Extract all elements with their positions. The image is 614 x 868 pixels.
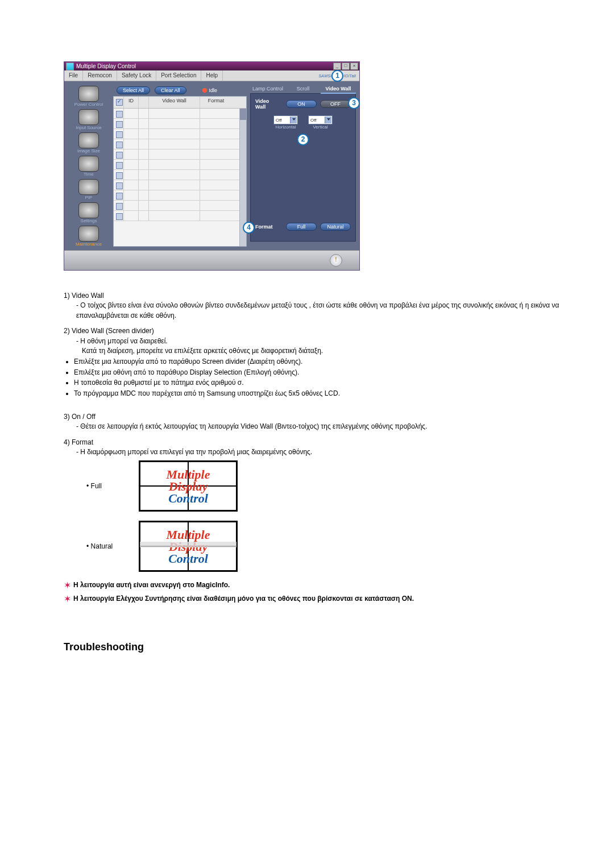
- sidebar-item-maintenance[interactable]: Maintenance: [68, 225, 110, 247]
- bullet: Η τοποθεσία θα ρυθμιστεί με το πάτημα εν…: [74, 378, 559, 388]
- row-checkbox[interactable]: [116, 111, 123, 118]
- table-row[interactable]: [114, 119, 246, 129]
- row-checkbox[interactable]: [116, 152, 123, 159]
- row-checkbox[interactable]: [116, 162, 123, 169]
- menu-help[interactable]: Help: [201, 70, 223, 81]
- video-wall-label: Video Wall: [255, 98, 279, 110]
- menu-file[interactable]: File: [64, 70, 83, 81]
- item-2-text-b: Κατά τη διαίρεση, μπορείτε να επιλέξετε …: [64, 346, 559, 356]
- row-checkbox[interactable]: [116, 193, 123, 200]
- table-row[interactable]: [114, 149, 246, 160]
- header-checkbox[interactable]: [116, 99, 123, 106]
- item-4-head: 4) Format: [64, 438, 559, 447]
- format-natural-label: Natural: [86, 542, 132, 551]
- callout-4: 4: [243, 222, 255, 234]
- table-row[interactable]: [114, 201, 246, 211]
- menubar: File Remocon Safety Lock Port Selection …: [64, 70, 359, 81]
- troubleshooting-heading: Troubleshooting: [64, 639, 559, 654]
- vertical-sublabel: Vertical: [308, 124, 333, 130]
- sidebar-label: Settings: [68, 218, 110, 223]
- item-2-text-a: - Η οθόνη μπορεί να διαιρεθεί.: [64, 337, 559, 346]
- sidebar-item-power-control[interactable]: Power Control: [68, 85, 110, 107]
- horizontal-value: Off: [276, 118, 282, 123]
- settings-icon: [78, 202, 99, 218]
- format-label: Format: [255, 224, 273, 230]
- time-icon: [78, 156, 99, 172]
- star-icon: ✶: [64, 580, 71, 590]
- format-natural-tile: Multiple Display Control: [139, 521, 238, 572]
- display-grid: ID Video Wall Format: [113, 96, 247, 247]
- info-strip: !: [64, 250, 359, 270]
- tab-lamp-control[interactable]: Lamp Control: [250, 85, 285, 94]
- horizontal-select[interactable]: Off: [273, 115, 298, 124]
- col-video-wall: Video Wall: [149, 97, 200, 108]
- horizontal-sublabel: Horizontal: [273, 124, 298, 130]
- tab-scroll[interactable]: Scroll: [285, 85, 321, 94]
- power-icon: [78, 86, 99, 102]
- menu-remocon[interactable]: Remocon: [83, 70, 117, 81]
- table-row[interactable]: [114, 139, 246, 149]
- table-row[interactable]: [114, 180, 246, 190]
- sidebar-item-image-size[interactable]: Image Size: [68, 131, 110, 153]
- format-full-label: Full: [86, 481, 132, 491]
- format-natural-button[interactable]: Natural: [320, 223, 351, 231]
- table-row[interactable]: [114, 129, 246, 139]
- maximize-button[interactable]: □: [342, 63, 350, 70]
- vertical-select[interactable]: Off: [308, 115, 333, 124]
- sidebar-item-settings[interactable]: Settings: [68, 201, 110, 223]
- menu-safety-lock[interactable]: Safety Lock: [117, 70, 156, 81]
- row-checkbox[interactable]: [116, 182, 123, 189]
- tab-video-wall[interactable]: Video Wall: [321, 85, 356, 94]
- format-full-button[interactable]: Full: [286, 223, 317, 231]
- row-checkbox[interactable]: [116, 172, 123, 179]
- sidebar-label: PIP: [68, 195, 110, 200]
- sidebar-label: Image Size: [68, 148, 110, 153]
- table-row[interactable]: [114, 170, 246, 180]
- pip-icon: [78, 179, 99, 195]
- right-panel: 1 Lamp Control Scroll Video Wall Video W…: [250, 85, 356, 247]
- row-checkbox[interactable]: [116, 131, 123, 138]
- item-2-bullets: Επιλέξτε μια λειτουργία από το παράθυρο …: [64, 357, 559, 398]
- clear-all-button[interactable]: Clear All: [155, 86, 186, 94]
- maintenance-icon: [78, 226, 99, 242]
- callout-1: 1: [331, 70, 343, 82]
- item-1-head: 1) Video Wall: [64, 291, 559, 301]
- close-button[interactable]: ×: [350, 63, 358, 70]
- app-icon: [66, 63, 74, 70]
- sidebar-label: Input Source: [68, 125, 110, 130]
- input-source-icon: [78, 109, 99, 125]
- row-checkbox[interactable]: [116, 213, 123, 220]
- item-3-head: 3) On / Off: [64, 412, 559, 422]
- sidebar-label: Maintenance: [68, 242, 110, 247]
- row-checkbox[interactable]: [116, 203, 123, 210]
- table-row[interactable]: [114, 211, 246, 221]
- note-2: ✶Η λειτουργία Ελέγχου Συντήρησης είναι δ…: [64, 592, 559, 605]
- tile-line3: Control: [168, 552, 208, 565]
- sidebar-item-input-source[interactable]: Input Source: [68, 108, 110, 130]
- menu-port-selection[interactable]: Port Selection: [156, 70, 201, 81]
- table-row[interactable]: [114, 190, 246, 201]
- info-icon: !: [330, 254, 342, 267]
- format-full-tile: Multiple Display Control: [139, 460, 238, 512]
- item-3-text: - Θέτει σε λειτουργία ή εκτός λειτουργία…: [64, 422, 559, 431]
- bullet: Το πρόγραμμα MDC που παρέχεται από τη Sa…: [74, 389, 559, 398]
- row-checkbox[interactable]: [116, 121, 123, 128]
- col-status: [139, 97, 149, 108]
- image-size-icon: [78, 132, 99, 148]
- table-row[interactable]: [114, 160, 246, 170]
- callout-3: 3: [348, 97, 360, 109]
- col-id: ID: [124, 97, 139, 108]
- status-dot-icon: [202, 88, 207, 93]
- video-wall-on-button[interactable]: ON: [286, 100, 317, 108]
- select-all-button[interactable]: Select All: [117, 86, 150, 94]
- sidebar-item-time[interactable]: Time: [68, 155, 110, 177]
- table-row[interactable]: [114, 109, 246, 119]
- sidebar-item-pip[interactable]: PIP: [68, 178, 110, 200]
- bullet: Επιλέξτε μια οθόνη από το παράθυρο Displ…: [74, 368, 559, 377]
- col-format: Format: [200, 97, 232, 108]
- vertical-value: Off: [310, 118, 317, 123]
- row-checkbox[interactable]: [116, 142, 123, 148]
- grid-body: [114, 109, 246, 246]
- video-wall-off-button[interactable]: OFF: [320, 100, 351, 108]
- minimize-button[interactable]: _: [333, 63, 341, 70]
